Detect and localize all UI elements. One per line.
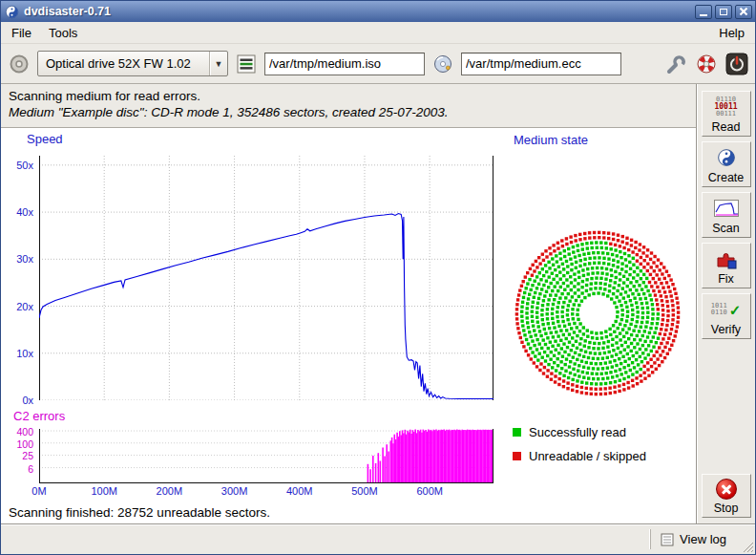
drive-select[interactable]: Optical drive 52X FW 1.02 ▼ bbox=[37, 51, 228, 76]
toolbar: Optical drive 52X FW 1.02 ▼ bbox=[1, 44, 755, 84]
view-log-button[interactable]: View log bbox=[650, 529, 734, 549]
c2-tick-label: 25 bbox=[1, 450, 33, 461]
left-column: Scanning medium for read errors. Medium … bbox=[1, 84, 697, 523]
speed-tick-label: 50x bbox=[1, 160, 33, 171]
titlebar[interactable]: dvdisaster-0.71 bbox=[1, 1, 755, 22]
read-button-label: Read bbox=[703, 120, 750, 134]
ecc-path-input[interactable] bbox=[461, 53, 621, 75]
x-tick-label: 200M bbox=[148, 485, 190, 497]
read-button[interactable]: 01110 10011 00111 Read bbox=[702, 91, 751, 137]
verify-check-icon: 1011 0110 ✓ bbox=[703, 297, 750, 322]
scan-button[interactable]: Scan bbox=[702, 192, 751, 238]
quit-power-icon[interactable] bbox=[724, 52, 749, 76]
scan-result-status: Scanning finished: 28752 unreadable sect… bbox=[9, 505, 270, 520]
x-tick-label: 300M bbox=[214, 485, 256, 497]
log-file-icon bbox=[661, 533, 674, 546]
stop-button[interactable]: Stop bbox=[702, 474, 751, 518]
create-button[interactable]: Create bbox=[702, 141, 751, 187]
fix-button[interactable]: Fix bbox=[702, 243, 751, 288]
c2-tick-label: 400 bbox=[1, 426, 33, 438]
x-tick-label: 600M bbox=[409, 485, 451, 497]
fix-button-label: Fix bbox=[703, 272, 750, 286]
speed-tick-label: 40x bbox=[1, 206, 33, 218]
legend-swatch-read bbox=[513, 428, 521, 437]
stop-button-label: Stop bbox=[703, 502, 750, 515]
create-button-label: Create bbox=[703, 171, 750, 184]
x-axis: 0M100M200M300M400M500M600M bbox=[1, 485, 696, 499]
verify-button-label: Verify bbox=[703, 323, 750, 336]
bottombar: View log bbox=[1, 523, 755, 554]
create-yinyang-icon bbox=[703, 145, 750, 170]
menu-help[interactable]: Help bbox=[710, 23, 753, 43]
chart-panel: Speed 50x40x30x20x10x0x Medium state Suc… bbox=[1, 128, 696, 523]
menu-tools[interactable]: Tools bbox=[40, 23, 86, 43]
legend-swatch-unreadable bbox=[513, 452, 521, 460]
minimize-button[interactable] bbox=[695, 5, 712, 19]
drive-select-value: Optical drive 52X FW 1.02 bbox=[38, 56, 209, 71]
speed-tick-label: 30x bbox=[1, 253, 33, 265]
speed-tick-label: 0x bbox=[1, 395, 33, 406]
close-button[interactable] bbox=[735, 5, 752, 19]
x-tick-label: 0M bbox=[18, 485, 60, 497]
status-message: Scanning medium for read errors. bbox=[9, 89, 688, 103]
help-lifebuoy-icon[interactable] bbox=[694, 52, 719, 76]
app-window: dvdisaster-0.71 File Tools Help Optical … bbox=[0, 0, 756, 555]
fix-puzzle-icon bbox=[703, 246, 750, 271]
speed-tick-label: 10x bbox=[1, 348, 33, 359]
x-tick-label: 500M bbox=[344, 485, 386, 497]
verify-button[interactable]: 1011 0110 ✓ Verify bbox=[702, 293, 751, 339]
c2-tick-label: 100 bbox=[1, 438, 33, 450]
speed-chart bbox=[39, 156, 494, 400]
app-yinyang-icon[interactable] bbox=[4, 4, 19, 19]
legend-unreadable-label: Unreadable / skipped bbox=[529, 449, 646, 463]
speed-chart-title: Speed bbox=[27, 132, 63, 146]
image-file-icon bbox=[234, 52, 259, 76]
c2-tick-label: 6 bbox=[1, 463, 33, 475]
drive-disc-icon bbox=[7, 52, 32, 76]
scan-chart-icon bbox=[703, 196, 750, 221]
resize-grip[interactable] bbox=[742, 541, 754, 553]
stop-x-icon bbox=[716, 479, 737, 500]
x-tick-label: 100M bbox=[83, 485, 125, 497]
menubar: File Tools Help bbox=[1, 22, 755, 44]
c2-chart-title: C2 errors bbox=[13, 409, 65, 423]
read-binary-icon: 01110 10011 00111 bbox=[703, 95, 750, 119]
preferences-wrench-icon[interactable] bbox=[663, 52, 688, 76]
legend-read-label: Successfully read bbox=[529, 425, 626, 439]
action-sidebar: 01110 10011 00111 Read Create bbox=[697, 84, 755, 523]
maximize-button[interactable] bbox=[715, 5, 732, 19]
disc-visualization bbox=[512, 227, 683, 399]
status-area: Scanning medium for read errors. Medium … bbox=[1, 84, 696, 128]
window-title: dvdisaster-0.71 bbox=[24, 5, 692, 18]
legend-unreadable: Unreadable / skipped bbox=[513, 449, 646, 463]
speed-tick-label: 20x bbox=[1, 301, 33, 312]
menu-file[interactable]: File bbox=[3, 23, 40, 43]
ecc-file-icon bbox=[430, 52, 455, 76]
medium-state-title: Medium state bbox=[514, 133, 588, 147]
c2-errors-chart bbox=[39, 429, 494, 483]
legend-read: Successfully read bbox=[513, 425, 626, 439]
scan-button-label: Scan bbox=[703, 222, 750, 235]
view-log-label: View log bbox=[680, 532, 726, 546]
chevron-down-icon: ▼ bbox=[210, 59, 227, 69]
main-content: Scanning medium for read errors. Medium … bbox=[1, 84, 755, 523]
medium-info: Medium "Example disc": CD-R mode 1, 3524… bbox=[9, 105, 688, 119]
x-tick-label: 400M bbox=[279, 485, 321, 497]
iso-path-input[interactable] bbox=[264, 53, 425, 75]
